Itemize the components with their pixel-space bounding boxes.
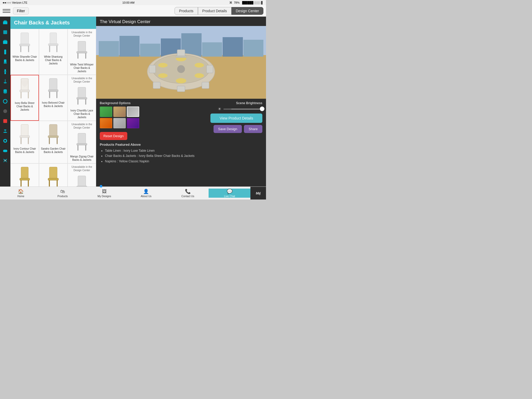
unavailable-label-9: Unavailable in the Design Center <box>69 123 94 129</box>
product-panel-title: Chair Backs & Jackets <box>14 20 92 26</box>
products-featured-section: Products Featured Above Table Linen : Iv… <box>100 143 208 164</box>
svg-point-81 <box>176 78 186 83</box>
svg-rect-70 <box>49 180 50 187</box>
svg-rect-87 <box>207 65 213 73</box>
svg-rect-65 <box>20 178 30 180</box>
tab-products[interactable]: 🛍 Products <box>42 188 84 199</box>
tab-my-designs[interactable]: 🖼 My Designs <box>83 188 125 199</box>
view-product-details-button[interactable]: View Product Details <box>210 114 262 123</box>
battery-text: 78% <box>234 1 240 4</box>
tab-product-details[interactable]: Product Details <box>198 7 231 15</box>
my-designs-icon: 🖼 <box>102 189 107 194</box>
chair-img-4 <box>14 77 35 100</box>
svg-rect-9 <box>5 79 5 83</box>
save-design-button[interactable]: Save Design <box>214 125 242 133</box>
bg-thumb-wood[interactable] <box>113 107 126 117</box>
product-cell-7[interactable]: Ivory Contour Chair Backs & Jackets <box>10 121 39 163</box>
sidebar-icon-ring2[interactable] <box>1 136 10 145</box>
tab-contact-us-label: Contact Us <box>181 195 194 198</box>
svg-rect-6 <box>4 59 6 63</box>
tab-home[interactable]: 🏠 Home <box>0 188 42 199</box>
sidebar-icon-cushion[interactable] <box>1 146 10 155</box>
building-2 <box>119 36 140 57</box>
product-name-2: White Shantung Chair Backs & Jackets <box>41 55 66 65</box>
svg-rect-3 <box>3 41 8 44</box>
product-cell-5[interactable]: Ivory Beloved Chair Backs & Jackets <box>39 75 68 121</box>
sidebar-icon-cakestand[interactable] <box>1 126 10 136</box>
controls-area: Background Options R <box>96 99 266 185</box>
brightness-knob[interactable] <box>260 107 264 111</box>
design-scene <box>96 26 266 99</box>
hamburger-menu[interactable] <box>3 7 10 15</box>
sidebar-icon-red[interactable] <box>1 116 10 126</box>
product-cell-10[interactable]: Gold Chiavari Chair Backs & Jackets <box>10 163 39 187</box>
sidebar-icon-sash[interactable] <box>1 67 10 76</box>
sidebar-icon-napkin[interactable] <box>1 28 10 37</box>
svg-rect-29 <box>19 44 30 46</box>
svg-rect-45 <box>48 90 58 92</box>
product-cell-12[interactable]: Unavailable in the Design Center <box>68 163 96 187</box>
sidebar-icon-tablecloth[interactable] <box>1 18 10 27</box>
bg-thumb-purple[interactable] <box>127 118 139 128</box>
battery-icon: ▐█████░░░░▌ <box>241 1 263 4</box>
product-name-1: White Shanelle Chair Backs & Jackets <box>12 55 37 62</box>
svg-point-21 <box>4 139 7 142</box>
filter-button[interactable]: Filter <box>13 7 29 15</box>
product-cell-1[interactable]: White Shanelle Chair Backs & Jackets <box>10 29 39 75</box>
svg-rect-51 <box>85 99 86 105</box>
products-featured-list: Table Linen : Ivory Luxe Table Linen Cha… <box>100 148 208 164</box>
product-cell-3[interactable]: Unavailable in the Design Center White T… <box>68 29 96 75</box>
chair-img-10 <box>14 165 35 187</box>
product-cell-4[interactable]: Ivory Bella Sheer Chair Backs & Jackets <box>10 75 39 121</box>
product-cell-2[interactable]: White Shantung Chair Backs & Jackets <box>39 29 68 75</box>
svg-rect-16 <box>3 109 7 113</box>
tab-about-us[interactable]: 👤 About Us <box>125 188 167 199</box>
sidebar-icon-chair-cover[interactable] <box>1 57 10 66</box>
sidebar-icon-overlay[interactable] <box>1 37 10 47</box>
product-name-4: Ivory Bella Sheer Chair Backs & Jackets <box>12 101 37 111</box>
bg-thumb-orange[interactable] <box>100 118 112 128</box>
reset-design-button[interactable]: Reset Design <box>100 132 127 140</box>
bg-thumb-curtain[interactable] <box>113 118 126 128</box>
product-cell-8[interactable]: Sarahs Garden Chair Backs & Jackets <box>39 121 68 163</box>
product-grid: White Shanelle Chair Backs & Jackets Whi… <box>10 29 96 187</box>
bg-thumb-room[interactable] <box>127 107 139 117</box>
tab-design-center[interactable]: Design Center <box>231 7 264 15</box>
products-featured-title: Products Featured Above <box>100 143 208 147</box>
sidebar-icon-candelabra[interactable] <box>1 77 10 86</box>
save-share-row: Save Design Share <box>214 125 262 133</box>
svg-rect-68 <box>49 167 57 178</box>
svg-rect-35 <box>56 45 57 52</box>
tab-products[interactable]: Products <box>175 7 198 15</box>
chair-img-9 <box>71 130 92 154</box>
svg-rect-71 <box>57 180 58 187</box>
svg-rect-10 <box>4 82 7 83</box>
chair-img-12 <box>71 173 92 187</box>
sidebar-icon-accent[interactable] <box>1 107 10 116</box>
scroll-indicator-right-container <box>96 185 266 187</box>
bg-options-row: Background Options <box>100 101 208 128</box>
controls-inner: Background Options R <box>100 101 262 164</box>
product-name-6: Ivory Chantilly Lace Chair Backs & Jacke… <box>69 109 94 119</box>
home-icon: 🏠 <box>18 189 24 194</box>
svg-rect-2 <box>3 30 7 34</box>
share-button[interactable]: Share <box>244 125 262 133</box>
product-cell-9[interactable]: Unavailable in the Design Center Mango Z… <box>68 121 96 163</box>
product-cell-6[interactable]: Unavailable in the Design Center Ivory C… <box>68 75 96 121</box>
sidebar-icon-ring[interactable] <box>1 97 10 106</box>
sidebar-icon-cylinder[interactable] <box>1 87 10 96</box>
brightness-slider[interactable] <box>223 109 262 110</box>
svg-rect-31 <box>28 46 29 52</box>
bluetooth-icon: ⌘ <box>229 1 232 4</box>
sidebar-icon-runner[interactable] <box>1 47 10 57</box>
product-cell-11[interactable]: Gold Sequin Chair Backs & Jackets <box>39 163 68 187</box>
sidebar-icon-bow[interactable] <box>1 156 10 165</box>
contact-us-icon: 📞 <box>185 189 191 194</box>
svg-rect-17 <box>3 119 7 123</box>
sidebar <box>0 17 10 187</box>
svg-rect-49 <box>77 97 87 99</box>
svg-rect-39 <box>85 53 86 59</box>
tab-contact-us[interactable]: 📞 Contact Us <box>167 188 209 199</box>
tab-live-chat[interactable]: 💬 Live Chat <box>209 189 250 198</box>
bg-thumb-green[interactable] <box>100 107 112 117</box>
